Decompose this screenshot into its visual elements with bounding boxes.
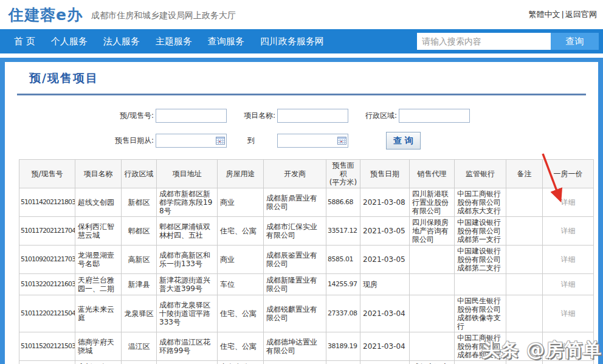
link-divider: | bbox=[562, 10, 564, 19]
table-cell: 中国工商银行股份有限公司成都春熙支行 bbox=[455, 332, 506, 361]
column-header: 一房一价 bbox=[543, 160, 594, 188]
table-cell bbox=[506, 188, 543, 217]
table-row: 510109202121304高新区人工智能南区创新中心中心城区高新区和乐二街1… bbox=[19, 361, 594, 364]
column-header: 房屋用途 bbox=[218, 160, 264, 188]
column-header: 项目名称 bbox=[75, 160, 122, 188]
site-search: 查询 bbox=[417, 33, 599, 50]
site-logo: 住建蓉e办 bbox=[9, 5, 83, 25]
calendar-icon[interactable] bbox=[337, 136, 346, 145]
date-from-box bbox=[156, 134, 227, 148]
column-header: 备注 bbox=[506, 160, 543, 188]
detail-link[interactable]: 详细 bbox=[561, 309, 576, 318]
detail-cell: 详细 bbox=[543, 217, 594, 246]
table-cell bbox=[506, 274, 543, 295]
detail-cell: 详细 bbox=[543, 295, 594, 332]
table-cell: 成都启源房地产经纪有限公司 bbox=[410, 361, 455, 364]
detail-cell: 详细 bbox=[543, 274, 594, 295]
detail-cell: 详细 bbox=[543, 361, 594, 364]
site-header: 住建蓉e办 成都市住房和城乡建设局网上政务大厅 繁體中文|返回官网 bbox=[0, 0, 603, 29]
calendar-icon[interactable] bbox=[216, 136, 225, 145]
table-cell: 超线文创园 bbox=[75, 188, 122, 217]
date-to-box bbox=[277, 134, 348, 148]
table-cell: 510109202121703 bbox=[19, 246, 75, 274]
detail-link[interactable]: 详细 bbox=[561, 280, 576, 289]
page: 住建蓉e办 成都市住房和城乡建设局网上政务大厅 繁體中文|返回官网 首 页个人服… bbox=[0, 0, 603, 364]
detail-link[interactable]: 详细 bbox=[561, 342, 576, 351]
filter-row-2: 预售日期从: 到 bbox=[5, 132, 598, 149]
nav-items: 首 页个人服务法人服务主题服务查询服务四川政务服务网 bbox=[6, 36, 332, 47]
district-label: 行政区域: bbox=[348, 111, 397, 121]
table-cell bbox=[455, 274, 506, 295]
table-cell: 33517.12 bbox=[326, 217, 360, 246]
table-cell: 四川保顾房地产咨询有限公司 bbox=[410, 217, 455, 246]
detail-cell: 详细 bbox=[543, 332, 594, 361]
date-from-label: 预售日期从: bbox=[96, 136, 154, 146]
table-cell: 现房 bbox=[360, 274, 410, 295]
table-cell: 保利西汇智慧云城 bbox=[75, 217, 122, 246]
traditional-chinese-link[interactable]: 繁體中文 bbox=[529, 10, 560, 19]
table-cell: 郫都区犀浦镇双林村四、五社 bbox=[157, 217, 218, 246]
title-divider bbox=[17, 94, 586, 95]
column-header: 监管银行 bbox=[455, 160, 506, 188]
table-cell: 中国建设银行股份有限公司成都第二支行 bbox=[455, 246, 506, 274]
table-cell: 新津花源街道兴普大道399号 bbox=[157, 274, 218, 295]
table-cell bbox=[410, 332, 455, 361]
query-button[interactable]: 查 询 bbox=[386, 132, 421, 149]
table-cell: 蓝光未来云庭 bbox=[75, 295, 122, 332]
nav-item-sichuan-gov-portal[interactable]: 四川政务服务网 bbox=[252, 36, 332, 47]
table-cell: 住宅、公寓 bbox=[218, 332, 264, 361]
table-cell bbox=[410, 246, 455, 274]
table-cell: 温江区 bbox=[122, 332, 157, 361]
table-row: 510132202121603天府兰台雅园一、二期新津县新津花源街道兴普大道39… bbox=[19, 274, 594, 295]
filter-row-1: 预/现售号: 项目名称: 行政区域: bbox=[5, 109, 598, 123]
table-cell bbox=[506, 295, 543, 332]
content-area: 预/现售项目 预/现售号: 项目名称: 行政区域: 预售日期从: bbox=[0, 58, 603, 364]
column-header: 销售代理 bbox=[410, 160, 455, 188]
nav-item-query-services[interactable]: 查询服务 bbox=[200, 36, 252, 47]
table-cell: 27337.08 bbox=[326, 295, 360, 332]
table-cell: 成都德坤达置业有限公司 bbox=[264, 332, 326, 361]
table-row: 510114202121803超线文创园新都区成都市新都区新都学院路东段198号… bbox=[19, 188, 594, 217]
table-cell bbox=[410, 274, 455, 295]
table-cell: 四川新港联行置业股份有限公司 bbox=[410, 188, 455, 217]
column-header: 项目地址 bbox=[157, 160, 218, 188]
detail-link[interactable]: 详细 bbox=[561, 227, 576, 235]
column-header: 预售面积 (平方米) bbox=[326, 160, 360, 188]
table-cell: 住宅、公寓 bbox=[218, 217, 264, 246]
detail-cell: 详细 bbox=[543, 188, 594, 217]
nav-item-corporate-services[interactable]: 法人服务 bbox=[95, 36, 148, 47]
return-official-link[interactable]: 返回官网 bbox=[565, 10, 597, 19]
table-cell: 510115202121503 bbox=[19, 332, 75, 361]
top-links: 繁體中文|返回官网 bbox=[529, 9, 597, 20]
nav-item-theme-services[interactable]: 主题服务 bbox=[148, 36, 200, 47]
nav-item-home[interactable]: 首 页 bbox=[6, 36, 43, 47]
table-cell: 510117202121704 bbox=[19, 217, 75, 246]
table-cell: 高新区和乐二街150号 bbox=[157, 361, 218, 364]
detail-link[interactable]: 详细 bbox=[561, 255, 576, 264]
table-cell: 510114202121803 bbox=[19, 188, 75, 217]
table-cell: 车位 bbox=[218, 274, 264, 295]
filter-form: 预/现售号: 项目名称: 行政区域: 预售日期从: bbox=[5, 109, 598, 149]
detail-cell: 详细 bbox=[543, 246, 594, 274]
table-cell: 2021-03-08 bbox=[360, 188, 410, 217]
table-cell: 510132202121603 bbox=[19, 274, 75, 295]
district-input[interactable] bbox=[399, 109, 470, 123]
table-cell: 天府兰台雅园一、二期 bbox=[75, 274, 122, 295]
table-cell: 中国工商银行股份有限公司成都东大支行 bbox=[455, 188, 506, 217]
table-row: 510112202121504蓝光未来云庭龙泉驿区成都市龙泉驿区十陵街道谊平路3… bbox=[19, 295, 594, 332]
table-cell bbox=[506, 332, 543, 361]
table-cell: 成都锐麒置业有限公司 bbox=[264, 295, 326, 332]
table-cell: 成都市新都区新都学院路东段198号 bbox=[157, 188, 218, 217]
project-name-input[interactable] bbox=[277, 109, 348, 123]
table-cell: 2021-03-05 bbox=[360, 246, 410, 274]
site-search-input[interactable] bbox=[417, 33, 551, 50]
table-cell: 中国建设银行股份有限公司成都第一支行 bbox=[455, 217, 506, 246]
site-search-button[interactable]: 查询 bbox=[551, 33, 599, 50]
table-cell: 中心城区 bbox=[122, 361, 157, 364]
projects-table: 预/现售号项目名称行政区域项目地址房屋用途开发商预售面积 (平方米)预售日期销售… bbox=[19, 159, 594, 364]
detail-link[interactable]: 详细 bbox=[561, 198, 576, 207]
nav-item-personal-services[interactable]: 个人服务 bbox=[43, 36, 95, 47]
table-cell: 成都新鼎置业有限公司 bbox=[264, 188, 326, 217]
table-cell: 成都新隆置业有限公司 bbox=[264, 274, 326, 295]
presale-no-input[interactable] bbox=[156, 109, 227, 123]
